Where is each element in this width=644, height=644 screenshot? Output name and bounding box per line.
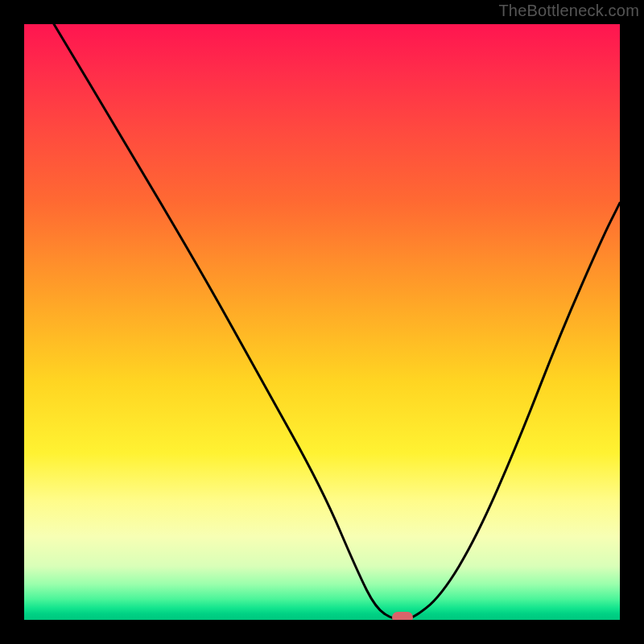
watermark-text: TheBottleneck.com	[498, 2, 639, 20]
bottleneck-curve	[24, 24, 620, 620]
chart-container: TheBottleneck.com	[0, 0, 644, 644]
plot-area	[24, 24, 620, 620]
optimal-marker	[392, 612, 413, 620]
